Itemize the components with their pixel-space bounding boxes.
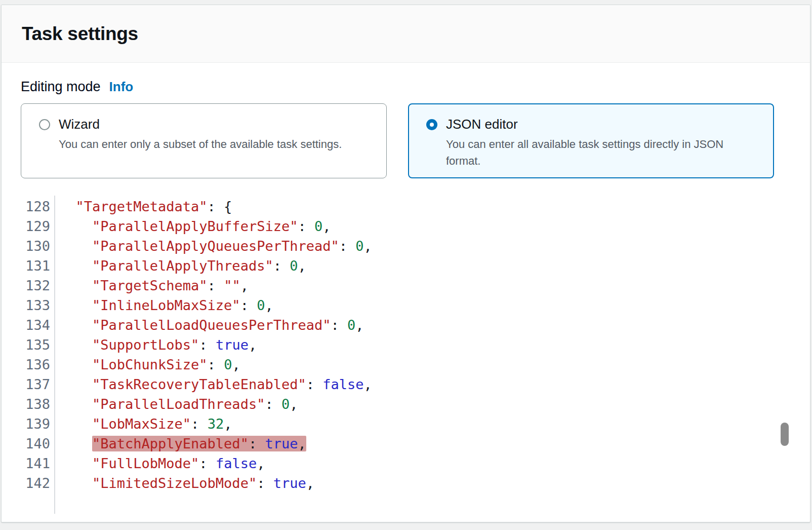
line-number: 131 <box>22 256 50 276</box>
json-code-editor[interactable]: 1281291301311321331341351361371381391401… <box>22 196 791 514</box>
line-number: 139 <box>22 414 50 434</box>
line-number: 128 <box>22 197 50 216</box>
code-line[interactable]: "ParallelLoadThreads": 0, <box>59 394 372 414</box>
option-description-line: You can enter only a subset of the avail… <box>59 136 369 153</box>
page-title: Task settings <box>22 23 138 45</box>
radio-wizard[interactable] <box>39 119 50 130</box>
line-number: 135 <box>22 335 50 355</box>
code-line[interactable]: "TargetSchema": "", <box>59 276 372 295</box>
line-number: 140 <box>22 434 50 453</box>
line-number: 130 <box>22 236 50 256</box>
code-line[interactable]: "LimitedSizeLobMode": true, <box>59 473 372 493</box>
code-line[interactable]: "LobChunkSize": 0, <box>59 355 372 374</box>
code-line[interactable]: "TargetMetadata": { <box>59 197 372 216</box>
code-line[interactable]: "InlineLobMaxSize": 0, <box>59 295 372 315</box>
code-line[interactable]: "ParallelApplyQueuesPerThread": 0, <box>59 236 372 256</box>
option-title: Wizard <box>59 117 100 132</box>
option-card-wizard[interactable]: Wizard You can enter only a subset of th… <box>21 103 387 178</box>
code-line[interactable]: "FullLobMode": false, <box>59 453 372 473</box>
highlighted-code[interactable]: "BatchApplyEnabled": true, <box>92 436 306 451</box>
option-title: JSON editor <box>446 117 518 132</box>
code-line[interactable]: "LobMaxSize": 32, <box>59 414 372 434</box>
line-number: 133 <box>22 295 50 315</box>
editing-mode-row: Editing mode Info <box>21 79 791 95</box>
line-number: 132 <box>22 276 50 295</box>
panel-header: Task settings <box>2 5 810 63</box>
option-description-line: You can enter all available task setting… <box>446 136 756 153</box>
scrollbar-thumb[interactable] <box>781 423 789 446</box>
radio-json-editor[interactable] <box>426 119 437 130</box>
code-line[interactable]: "ParallelApplyBufferSize": 0, <box>59 216 372 236</box>
panel-body: Editing mode Info Wizard You can enter o… <box>2 63 810 514</box>
info-link[interactable]: Info <box>109 79 134 95</box>
code-line[interactable]: "ParallelApplyThreads": 0, <box>59 256 372 276</box>
line-number: 142 <box>22 473 50 493</box>
line-number: 138 <box>22 394 50 414</box>
line-number: 137 <box>22 374 50 394</box>
code-line[interactable]: "SupportLobs": true, <box>59 335 372 355</box>
line-number: 141 <box>22 453 50 473</box>
code-gutter: 1281291301311321331341351361371381391401… <box>22 196 55 514</box>
option-description-line: format. <box>446 153 756 169</box>
line-number: 134 <box>22 315 50 335</box>
code-line[interactable]: "ParallelLoadQueuesPerThread": 0, <box>59 315 372 335</box>
task-settings-panel: Task settings Editing mode Info Wizard Y… <box>1 5 810 522</box>
option-head: JSON editor <box>426 117 756 132</box>
editing-mode-label: Editing mode <box>21 79 101 95</box>
editing-mode-options: Wizard You can enter only a subset of th… <box>21 103 791 178</box>
option-description: You can enter only a subset of the avail… <box>59 136 369 153</box>
option-head: Wizard <box>39 117 369 132</box>
code-line[interactable]: "BatchApplyEnabled": true, <box>59 434 372 453</box>
code-line[interactable]: "TaskRecoveryTableEnabled": false, <box>59 374 372 394</box>
option-card-json-editor[interactable]: JSON editor You can enter all available … <box>408 103 774 178</box>
line-number: 129 <box>22 216 50 236</box>
code-lines[interactable]: "TargetMetadata": { "ParallelApplyBuffer… <box>55 196 372 514</box>
line-number: 136 <box>22 355 50 374</box>
option-description: You can enter all available task setting… <box>446 136 756 169</box>
